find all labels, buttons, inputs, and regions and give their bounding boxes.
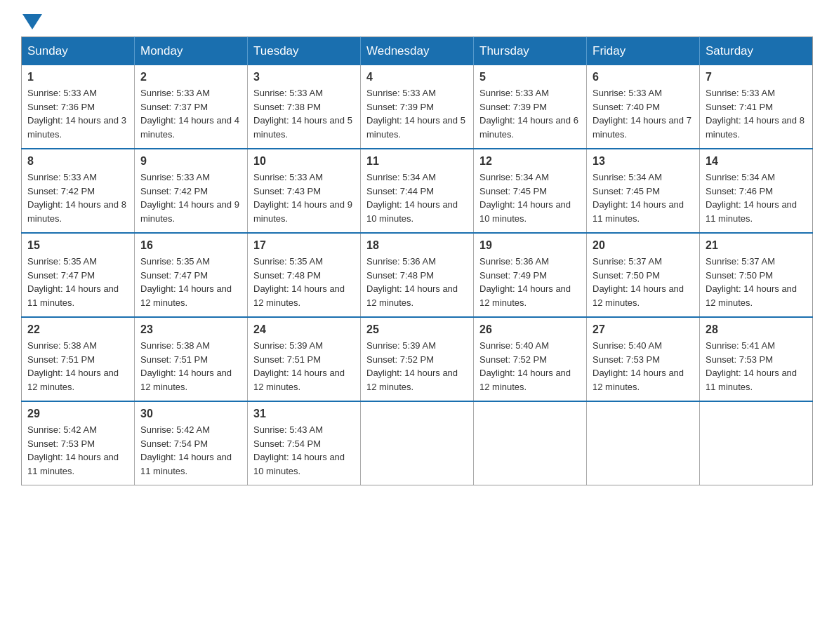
calendar-week-row: 8 Sunrise: 5:33 AM Sunset: 7:42 PM Dayli… <box>22 149 813 233</box>
calendar-header-row: SundayMondayTuesdayWednesdayThursdayFrid… <box>22 37 813 66</box>
day-number: 3 <box>253 71 355 83</box>
sunset-label: Sunset: 7:52 PM <box>366 354 434 365</box>
calendar-cell: 23 Sunrise: 5:38 AM Sunset: 7:51 PM Dayl… <box>135 317 248 401</box>
day-info: Sunrise: 5:33 AM Sunset: 7:39 PM Dayligh… <box>366 86 468 141</box>
weekday-header-saturday: Saturday <box>700 37 813 66</box>
daylight-label: Daylight: 14 hours and 8 minutes. <box>706 115 805 140</box>
daylight-label: Daylight: 14 hours and 12 minutes. <box>479 368 571 392</box>
sunset-label: Sunset: 7:53 PM <box>27 438 95 449</box>
daylight-label: Daylight: 14 hours and 12 minutes. <box>479 283 571 308</box>
sunset-label: Sunset: 7:42 PM <box>27 186 95 196</box>
calendar-cell: 22 Sunrise: 5:38 AM Sunset: 7:51 PM Dayl… <box>22 317 135 401</box>
day-number: 9 <box>140 155 241 168</box>
calendar-cell: 4 Sunrise: 5:33 AM Sunset: 7:39 PM Dayli… <box>361 65 474 149</box>
daylight-label: Daylight: 14 hours and 12 minutes. <box>140 368 232 392</box>
calendar-cell: 13 Sunrise: 5:34 AM Sunset: 7:45 PM Dayl… <box>587 149 700 233</box>
day-number: 1 <box>27 71 128 83</box>
sunset-label: Sunset: 7:47 PM <box>27 270 95 281</box>
sunrise-label: Sunrise: 5:33 AM <box>253 88 323 98</box>
day-info: Sunrise: 5:36 AM Sunset: 7:49 PM Dayligh… <box>479 255 581 309</box>
day-number: 19 <box>479 239 581 252</box>
day-info: Sunrise: 5:33 AM Sunset: 7:41 PM Dayligh… <box>706 86 807 141</box>
day-info: Sunrise: 5:36 AM Sunset: 7:48 PM Dayligh… <box>366 255 468 309</box>
weekday-header-friday: Friday <box>587 37 700 66</box>
calendar-cell: 8 Sunrise: 5:33 AM Sunset: 7:42 PM Dayli… <box>22 149 135 233</box>
day-info: Sunrise: 5:42 AM Sunset: 7:54 PM Dayligh… <box>140 423 241 478</box>
sunset-label: Sunset: 7:36 PM <box>27 102 95 112</box>
day-number: 29 <box>27 408 128 420</box>
calendar-cell: 29 Sunrise: 5:42 AM Sunset: 7:53 PM Dayl… <box>22 401 135 485</box>
sunset-label: Sunset: 7:50 PM <box>706 270 773 281</box>
daylight-label: Daylight: 14 hours and 11 minutes. <box>706 199 797 224</box>
calendar-cell: 31 Sunrise: 5:43 AM Sunset: 7:54 PM Dayl… <box>248 401 361 485</box>
calendar-cell: 19 Sunrise: 5:36 AM Sunset: 7:49 PM Dayl… <box>474 233 587 317</box>
sunset-label: Sunset: 7:45 PM <box>593 186 660 196</box>
sunrise-label: Sunrise: 5:41 AM <box>706 340 775 351</box>
day-number: 8 <box>27 155 128 168</box>
sunrise-label: Sunrise: 5:38 AM <box>140 340 210 351</box>
day-number: 22 <box>27 323 128 336</box>
day-number: 2 <box>140 71 241 83</box>
calendar-cell: 11 Sunrise: 5:34 AM Sunset: 7:44 PM Dayl… <box>361 149 474 233</box>
calendar-cell <box>474 401 587 485</box>
day-info: Sunrise: 5:33 AM Sunset: 7:43 PM Dayligh… <box>253 170 355 225</box>
calendar-table: SundayMondayTuesdayWednesdayThursdayFrid… <box>21 36 813 485</box>
calendar-week-row: 22 Sunrise: 5:38 AM Sunset: 7:51 PM Dayl… <box>22 317 813 401</box>
sunrise-label: Sunrise: 5:39 AM <box>253 340 323 351</box>
calendar-cell <box>361 401 474 485</box>
day-info: Sunrise: 5:33 AM Sunset: 7:36 PM Dayligh… <box>27 86 128 141</box>
calendar-cell: 21 Sunrise: 5:37 AM Sunset: 7:50 PM Dayl… <box>700 233 813 317</box>
day-info: Sunrise: 5:35 AM Sunset: 7:47 PM Dayligh… <box>140 255 241 309</box>
daylight-label: Daylight: 14 hours and 9 minutes. <box>140 199 239 224</box>
daylight-label: Daylight: 14 hours and 4 minutes. <box>140 115 239 140</box>
calendar-cell: 6 Sunrise: 5:33 AM Sunset: 7:40 PM Dayli… <box>587 65 700 149</box>
day-number: 24 <box>253 323 355 336</box>
sunrise-label: Sunrise: 5:42 AM <box>140 424 210 435</box>
sunset-label: Sunset: 7:53 PM <box>706 354 773 365</box>
logo <box>21 14 44 29</box>
day-info: Sunrise: 5:34 AM Sunset: 7:44 PM Dayligh… <box>366 170 468 225</box>
daylight-label: Daylight: 14 hours and 12 minutes. <box>706 283 797 308</box>
sunrise-label: Sunrise: 5:43 AM <box>253 424 323 435</box>
weekday-header-tuesday: Tuesday <box>248 37 361 66</box>
sunset-label: Sunset: 7:48 PM <box>253 270 321 281</box>
day-info: Sunrise: 5:37 AM Sunset: 7:50 PM Dayligh… <box>593 255 694 309</box>
day-info: Sunrise: 5:43 AM Sunset: 7:54 PM Dayligh… <box>253 423 355 478</box>
day-info: Sunrise: 5:33 AM Sunset: 7:37 PM Dayligh… <box>140 86 241 141</box>
sunset-label: Sunset: 7:46 PM <box>706 186 773 196</box>
sunset-label: Sunset: 7:39 PM <box>366 102 434 112</box>
day-info: Sunrise: 5:33 AM Sunset: 7:40 PM Dayligh… <box>593 86 694 141</box>
calendar-cell: 20 Sunrise: 5:37 AM Sunset: 7:50 PM Dayl… <box>587 233 700 317</box>
calendar-cell: 9 Sunrise: 5:33 AM Sunset: 7:42 PM Dayli… <box>135 149 248 233</box>
day-number: 10 <box>253 155 355 168</box>
day-info: Sunrise: 5:38 AM Sunset: 7:51 PM Dayligh… <box>27 339 128 394</box>
daylight-label: Daylight: 14 hours and 5 minutes. <box>366 115 465 140</box>
daylight-label: Daylight: 14 hours and 12 minutes. <box>253 283 345 308</box>
day-number: 17 <box>253 239 355 252</box>
calendar-week-row: 1 Sunrise: 5:33 AM Sunset: 7:36 PM Dayli… <box>22 65 813 149</box>
daylight-label: Daylight: 14 hours and 12 minutes. <box>140 283 232 308</box>
calendar-cell: 30 Sunrise: 5:42 AM Sunset: 7:54 PM Dayl… <box>135 401 248 485</box>
sunrise-label: Sunrise: 5:34 AM <box>706 172 775 182</box>
calendar-cell: 3 Sunrise: 5:33 AM Sunset: 7:38 PM Dayli… <box>248 65 361 149</box>
day-info: Sunrise: 5:33 AM Sunset: 7:39 PM Dayligh… <box>479 86 581 141</box>
sunset-label: Sunset: 7:54 PM <box>253 438 321 449</box>
sunset-label: Sunset: 7:50 PM <box>593 270 660 281</box>
sunset-label: Sunset: 7:51 PM <box>253 354 321 365</box>
sunset-label: Sunset: 7:42 PM <box>140 186 208 196</box>
sunset-label: Sunset: 7:44 PM <box>366 186 434 196</box>
day-number: 5 <box>479 71 581 83</box>
daylight-label: Daylight: 14 hours and 8 minutes. <box>27 199 126 224</box>
daylight-label: Daylight: 14 hours and 6 minutes. <box>479 115 578 140</box>
calendar-cell: 12 Sunrise: 5:34 AM Sunset: 7:45 PM Dayl… <box>474 149 587 233</box>
day-info: Sunrise: 5:40 AM Sunset: 7:52 PM Dayligh… <box>479 339 581 394</box>
daylight-label: Daylight: 14 hours and 11 minutes. <box>140 452 232 476</box>
day-number: 13 <box>593 155 694 168</box>
day-number: 12 <box>479 155 581 168</box>
calendar-cell: 18 Sunrise: 5:36 AM Sunset: 7:48 PM Dayl… <box>361 233 474 317</box>
sunrise-label: Sunrise: 5:34 AM <box>366 172 436 182</box>
daylight-label: Daylight: 14 hours and 11 minutes. <box>27 283 119 308</box>
day-number: 20 <box>593 239 694 252</box>
sunrise-label: Sunrise: 5:38 AM <box>27 340 97 351</box>
sunrise-label: Sunrise: 5:40 AM <box>479 340 549 351</box>
